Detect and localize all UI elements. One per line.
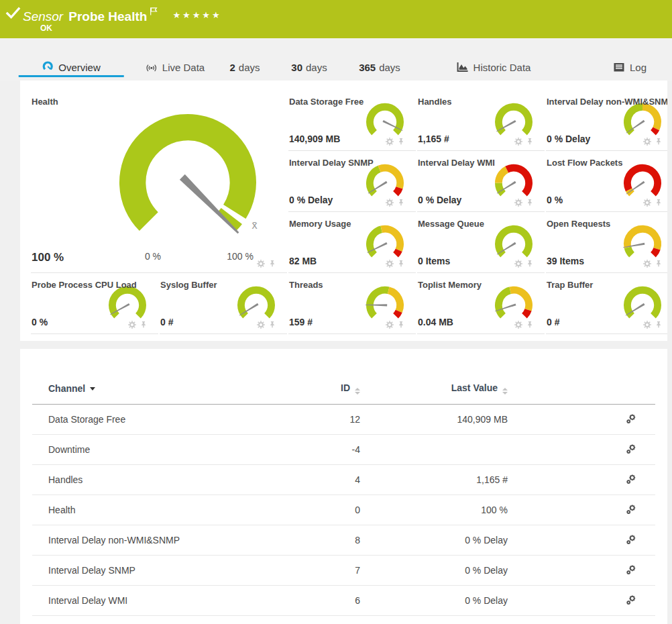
pin-icon[interactable] bbox=[526, 138, 534, 146]
sort-both-icon bbox=[355, 388, 360, 395]
gear-icon[interactable] bbox=[514, 321, 522, 329]
pin-icon[interactable] bbox=[139, 321, 148, 329]
pin-icon[interactable] bbox=[655, 138, 663, 146]
pin-icon[interactable] bbox=[655, 321, 663, 329]
gauge-title: Interval Delay SNMP bbox=[288, 151, 416, 168]
gauge-value: 0 % Delay bbox=[289, 195, 333, 205]
channel-last-value: 1,165 # bbox=[360, 465, 519, 495]
gauge-value: 140,909 MB bbox=[289, 134, 340, 144]
gear-icon[interactable] bbox=[386, 260, 394, 268]
tab-log[interactable]: Log bbox=[613, 58, 647, 77]
gauge-value: 0 # bbox=[160, 317, 173, 327]
channel-name[interactable]: Lost Flow Packets bbox=[32, 616, 280, 624]
gear-icon[interactable] bbox=[643, 138, 651, 146]
tab-historic-data[interactable]: Historic Data bbox=[457, 58, 531, 77]
pin-icon[interactable] bbox=[526, 321, 534, 329]
channel-name[interactable]: Health bbox=[32, 495, 280, 525]
pin-icon[interactable] bbox=[397, 199, 405, 207]
gear-icon[interactable] bbox=[386, 138, 394, 146]
table-row-health: Health 0 100 % bbox=[32, 495, 655, 525]
pin-icon[interactable] bbox=[655, 260, 663, 268]
tab-365-days[interactable]: 365days bbox=[359, 58, 400, 77]
tab-label: Log bbox=[630, 62, 647, 73]
average-marker: x̄ bbox=[252, 219, 258, 231]
gear-icon[interactable] bbox=[643, 199, 651, 207]
tab-2-days[interactable]: 2days bbox=[229, 58, 260, 77]
column-header-id[interactable]: ID bbox=[280, 378, 360, 405]
gear-icon[interactable] bbox=[257, 260, 265, 268]
gauge-tile-threads: Threads 159 # bbox=[288, 273, 416, 334]
tab-label: Live Data bbox=[162, 62, 205, 73]
table-row-lost-flow-packets: Lost Flow Packets 10 0 % bbox=[32, 616, 655, 624]
channel-name[interactable]: Interval Delay WMI bbox=[32, 586, 280, 616]
pin-icon[interactable] bbox=[268, 260, 276, 268]
priority-stars[interactable]: ★★★★★ bbox=[172, 10, 221, 20]
channel-name[interactable]: Interval Delay non-WMI&SNMP bbox=[32, 525, 280, 556]
gear-icon[interactable] bbox=[514, 260, 522, 268]
gauge-title: Toplist Memory bbox=[417, 273, 545, 290]
channel-settings-icon[interactable] bbox=[626, 594, 636, 605]
channel-settings-icon[interactable] bbox=[626, 504, 636, 515]
channel-settings-icon[interactable] bbox=[626, 564, 636, 575]
gauge-title: Interval Delay non-WMI&SNMP bbox=[546, 90, 667, 107]
gauge-tile-interval-delay-non-wmi-snmp: Interval Delay non-WMI&SNMP 0 % Delay bbox=[546, 90, 667, 151]
gear-icon[interactable] bbox=[514, 199, 522, 207]
gear-icon[interactable] bbox=[643, 321, 651, 329]
channel-settings-icon[interactable] bbox=[626, 444, 636, 454]
pin-icon[interactable] bbox=[655, 199, 663, 207]
health-gauge-chart: x̄ bbox=[110, 105, 266, 242]
channel-last-value: 100 % bbox=[360, 495, 519, 525]
table-row-downtime: Downtime -4 bbox=[32, 435, 655, 465]
channel-settings-icon[interactable] bbox=[626, 413, 636, 424]
channel-table-body: Data Storage Free 12 140,909 MB Downtime… bbox=[32, 405, 655, 624]
tab-30-days[interactable]: 30days bbox=[291, 58, 327, 77]
gauge-title: Handles bbox=[417, 90, 545, 107]
pin-icon[interactable] bbox=[526, 260, 534, 268]
gear-icon[interactable] bbox=[386, 199, 394, 207]
gear-icon[interactable] bbox=[514, 138, 522, 146]
gear-icon[interactable] bbox=[386, 321, 394, 329]
channel-name[interactable]: Data Storage Free bbox=[32, 405, 280, 435]
gauge-tile-handles: Handles 1,165 # bbox=[417, 90, 545, 151]
channel-settings-icon[interactable] bbox=[626, 534, 636, 545]
gauge-tile-interval-delay-snmp: Interval Delay SNMP 0 % Delay bbox=[288, 151, 416, 212]
pin-icon[interactable] bbox=[397, 260, 405, 268]
object-type-label: Sensor bbox=[23, 9, 63, 23]
pin-icon[interactable] bbox=[397, 138, 405, 146]
sort-desc-icon bbox=[90, 387, 95, 391]
column-header-last-value[interactable]: Last Value bbox=[360, 378, 519, 405]
gauge-title: Probe Process CPU Load bbox=[31, 273, 158, 290]
flag-icon[interactable] bbox=[150, 5, 158, 14]
gauge-value: 0 # bbox=[547, 317, 559, 327]
gauge-min-label: 0 % bbox=[145, 251, 161, 262]
gauge-tile-trap-buffer: Trap Buffer 0 # bbox=[546, 273, 667, 334]
pin-icon[interactable] bbox=[268, 321, 276, 329]
channel-settings-icon[interactable] bbox=[626, 474, 636, 484]
channel-id: 12 bbox=[280, 405, 360, 435]
pin-icon[interactable] bbox=[397, 321, 405, 329]
column-header-channel[interactable]: Channel bbox=[32, 378, 280, 405]
channel-last-value bbox=[360, 435, 519, 465]
tab-number: 365 bbox=[359, 62, 376, 73]
tab-bar: OverviewLive Data2days30days365daysHisto… bbox=[0, 38, 672, 81]
table-row-interval-delay-non-wmi-snmp: Interval Delay non-WMI&SNMP 8 0 % Delay bbox=[32, 525, 655, 556]
gauge-title: Trap Buffer bbox=[546, 273, 667, 290]
gauge-tile-memory-usage: Memory Usage 82 MB bbox=[288, 212, 416, 273]
channel-id: 7 bbox=[280, 556, 360, 586]
pin-icon[interactable] bbox=[526, 199, 534, 207]
gear-icon[interactable] bbox=[257, 321, 265, 329]
tab-overview[interactable]: Overview bbox=[42, 58, 101, 77]
tab-live-data[interactable]: Live Data bbox=[146, 58, 205, 77]
channel-name[interactable]: Interval Delay SNMP bbox=[32, 556, 280, 586]
gauge-tile-open-requests: Open Requests 39 Items bbox=[546, 212, 667, 273]
gauge-title: Message Queue bbox=[417, 212, 545, 229]
channel-name[interactable]: Downtime bbox=[32, 435, 280, 465]
gauge-icon bbox=[42, 59, 54, 69]
gear-icon[interactable] bbox=[128, 321, 136, 329]
channel-id: 8 bbox=[280, 525, 360, 556]
channel-name[interactable]: Handles bbox=[32, 465, 280, 495]
gear-icon[interactable] bbox=[643, 260, 651, 268]
gauge-value: 159 # bbox=[289, 317, 313, 327]
gauge-tile-data-storage-free: Data Storage Free 140,909 MB bbox=[288, 90, 416, 151]
tab-label: days bbox=[239, 62, 260, 73]
